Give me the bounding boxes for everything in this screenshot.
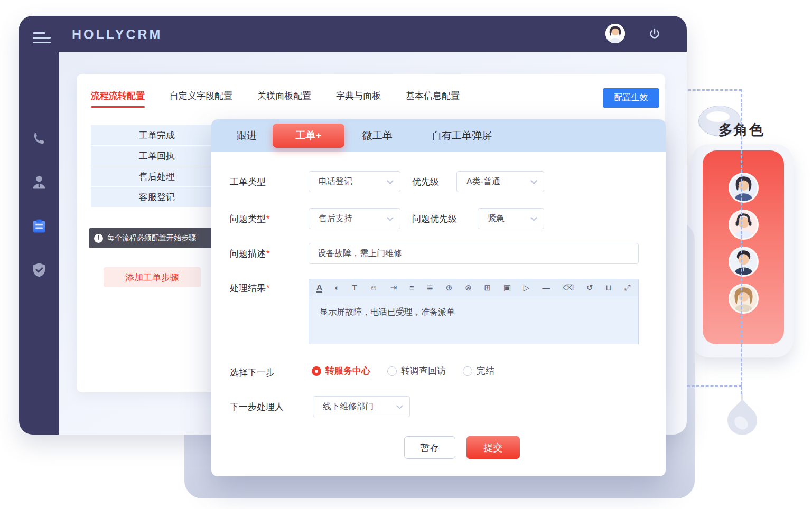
chevron-down-icon [396,402,403,409]
chevron-down-icon [387,214,394,221]
tab-basic-info-config[interactable]: 基本信息配置 [406,90,460,108]
font-size-icon[interactable]: T [352,284,357,291]
palette-icon[interactable]: ◐ [335,284,340,291]
remove-link-icon[interactable]: ⊗ [465,284,472,291]
teardrop-shape [721,399,763,441]
issue-type-select[interactable]: 售后支持 [309,208,400,229]
issue-priority-label: 问题优先级 [412,213,458,225]
avatar-agent-headset [729,210,759,240]
menu-icon[interactable] [33,32,51,46]
next-handler-select[interactable]: 线下维修部门 [313,396,410,417]
shield-icon[interactable] [31,262,47,278]
dashed-line-vertical [741,89,742,394]
chevron-down-icon [530,177,537,184]
modal-tab-workorder-active[interactable]: 工单+ [273,124,344,148]
radio-icon [463,366,472,376]
delete-icon[interactable]: ⊔ [605,284,612,291]
image-icon[interactable]: ▣ [503,284,511,291]
issue-description-label: 问题描述* [230,248,270,260]
radio-selected-icon [312,366,321,376]
insert-link-icon[interactable]: ⊕ [446,284,453,291]
radio-transfer-survey-callback[interactable]: 转调查回访 [387,365,446,377]
rich-text-editor: A ◐ T ☺ ⇥ ≡ ≣ ⊕ ⊗ ⊞ ▣ ▷ — ⌫ ↺ ⊔ ⤢ 显示屏故障，… [309,279,639,344]
tab-process-flow-config[interactable]: 流程流转配置 [91,90,145,108]
horizontal-rule-icon[interactable]: — [542,284,550,291]
phone-icon[interactable] [31,130,47,146]
modal-tab-own-popup[interactable]: 自有工单弹屏 [432,129,492,143]
app-logo: HOLLYCRM [72,27,162,42]
workorder-modal: 跟进 工单+ 微工单 自有工单弹屏 工单类型 电话登记 优先级 A类-普通 问题… [211,119,666,476]
power-icon[interactable] [648,27,661,40]
customer-icon[interactable] [31,174,47,190]
chevron-down-icon [387,177,394,184]
page-tabs: 流程流转配置 自定义字段配置 关联面板配置 字典与面板 基本信息配置 [91,90,460,108]
exclamation-icon: ! [94,234,103,243]
radio-transfer-service-center[interactable]: 转服务中心 [312,365,370,377]
tab-related-panel-config[interactable]: 关联面板配置 [257,90,311,108]
modal-tab-bar: 跟进 工单+ 微工单 自有工单弹屏 [211,119,666,152]
add-step-button[interactable]: 添加工单步骤 [104,267,201,287]
top-bar: HOLLYCRM [19,16,687,52]
list-item-order-receipt[interactable]: 工单回执 [91,146,223,166]
chevron-down-icon [530,214,537,221]
next-step-label: 选择下一步 [230,366,275,379]
emoji-icon[interactable]: ☺ [369,284,377,291]
result-label: 处理结果* [230,282,270,294]
sidebar [19,16,59,435]
issue-priority-select[interactable]: 紧急 [478,208,544,229]
avatar-female-agent-2 [729,284,759,314]
priority-label: 优先级 [412,176,440,188]
dashed-line-top [688,89,742,91]
issue-description-input[interactable]: 设备故障，需上门维修 [309,243,639,264]
align-icon[interactable]: ≡ [409,284,414,291]
tab-custom-field-config[interactable]: 自定义字段配置 [170,90,232,108]
table-icon[interactable]: ⊞ [484,284,491,291]
video-icon[interactable]: ▷ [524,284,530,291]
save-draft-button[interactable]: 暂存 [404,436,455,459]
list-item-aftersale-handle[interactable]: 售后处理 [91,166,223,187]
priority-select[interactable]: A类-普通 [456,171,544,192]
indent-icon[interactable]: ⇥ [390,284,397,291]
modal-tab-micro-workorder[interactable]: 微工单 [362,129,393,143]
workflow-step-list: 工单完成 工单回执 售后处理 客服登记 [91,125,223,208]
list-item-service-register[interactable]: 客服登记 [91,187,223,208]
user-avatar[interactable] [605,24,625,43]
list-item-order-complete[interactable]: 工单完成 [91,125,223,146]
apply-config-button[interactable]: 配置生效 [603,88,659,108]
eraser-icon[interactable]: ⌫ [563,284,574,291]
start-step-tooltip: ! 每个流程必须配置开始步骤 [89,228,216,248]
avatar-female-agent [729,173,759,203]
order-type-label: 工单类型 [230,176,266,188]
workorder-icon-active[interactable] [31,218,47,234]
order-type-select[interactable]: 电话登记 [309,171,400,192]
submit-button[interactable]: 提交 [466,436,520,459]
fullscreen-icon[interactable]: ⤢ [624,284,631,291]
font-style-icon[interactable]: A [316,283,322,293]
dashed-line-bottom [687,385,742,387]
next-step-options: 转服务中心 转调查回访 完结 [312,365,511,377]
tab-dictionary-panel[interactable]: 字典与面板 [336,90,381,108]
radio-finish[interactable]: 完结 [463,365,494,377]
screen: 多角色 HOLLYCRM [0,0,812,509]
issue-type-label: 问题类型* [230,213,270,225]
next-handler-label: 下一步处理人 [230,401,284,413]
list-icon[interactable]: ≣ [426,284,433,291]
result-textarea[interactable]: 显示屏故障，电话已受理，准备派单 [309,296,639,344]
radio-icon [387,366,397,376]
tooltip-text: 每个流程必须配置开始步骤 [107,233,196,243]
undo-icon[interactable]: ↺ [586,284,593,291]
editor-toolbar: A ◐ T ☺ ⇥ ≡ ≣ ⊕ ⊗ ⊞ ▣ ▷ — ⌫ ↺ ⊔ ⤢ [309,279,639,296]
avatar-male-agent [729,247,759,277]
modal-tab-followup[interactable]: 跟进 [237,129,257,143]
